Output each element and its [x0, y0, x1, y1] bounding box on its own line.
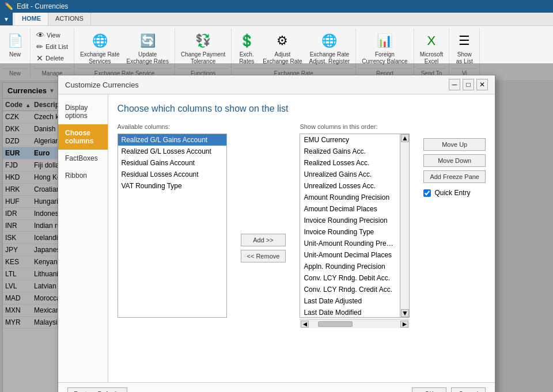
modal-footer: Restore Defaults OK Cancel	[58, 382, 495, 392]
exchange-rate-services-button[interactable]: 🌐 Exchange Rate Services	[77, 29, 123, 67]
list-item[interactable]: Amount Rounding Precision	[300, 192, 400, 203]
right-buttons: Move Up Move Down Add Freeze Pane Quick …	[423, 123, 486, 373]
show-columns-section: Show columns in this order: EMU Currency…	[300, 123, 410, 373]
list-item[interactable]: Appln. Rounding Precision	[300, 261, 400, 272]
update-exchange-rates-icon: 🔄	[138, 32, 157, 50]
new-icon: 📄	[6, 32, 24, 50]
list-item[interactable]: Realized Losses Acc.	[300, 157, 400, 169]
modal-titlebar-buttons: ─ □ ✕	[449, 79, 488, 90]
list-item[interactable]: Realized G/L Gains Account	[118, 134, 226, 146]
exchange-rate-adjust-register-button[interactable]: 🌐 Exchange Rate Adjust. Register	[306, 29, 354, 67]
modal-overlay: Customize Currencies ─ □ ✕ Display optio…	[0, 63, 553, 392]
nav-ribbon[interactable]: Ribbon	[58, 167, 108, 184]
move-down-button[interactable]: Move Down	[423, 154, 486, 167]
list-item[interactable]: Unit-Amount Decimal Places	[300, 249, 400, 261]
show-columns-label: Show columns in this order:	[300, 123, 410, 130]
modal-titlebar: Customize Currencies ─ □ ✕	[58, 75, 495, 94]
quick-entry-row: Quick Entry	[423, 189, 486, 197]
modal-minimize-button[interactable]: ─	[449, 79, 460, 90]
hscroll-thumb[interactable]	[318, 321, 353, 327]
hscroll-left[interactable]: ◄	[301, 321, 309, 328]
quick-entry-checkbox[interactable]	[423, 189, 431, 197]
list-item[interactable]: Conv. LCY Rndg. Credit Acc.	[300, 284, 400, 295]
list-item[interactable]: Unrealized Losses Acc.	[300, 180, 400, 192]
nav-display-options[interactable]: Display options	[58, 99, 108, 124]
scrollbar-up[interactable]: ▲	[401, 134, 409, 142]
modal-nav: Display options Choose columns FactBoxes…	[58, 94, 108, 382]
nav-choose-columns[interactable]: Choose columns	[58, 124, 108, 150]
microsoft-excel-button[interactable]: X Microsoft Excel	[416, 29, 447, 67]
modal-close-button[interactable]: ✕	[476, 79, 488, 90]
list-item[interactable]: Residual Gains Account	[118, 157, 226, 169]
scrollbar-down[interactable]: ▼	[401, 309, 409, 317]
title-bar: ✏️ Edit - Currencies	[0, 0, 553, 13]
modal-main-content: Choose which columns to show on the list…	[108, 94, 495, 382]
view-label: View	[47, 32, 60, 39]
footer-right-buttons: OK Cancel	[412, 387, 486, 392]
available-columns-label: Available columns:	[118, 123, 227, 130]
foreign-currency-balance-icon: 📊	[376, 32, 394, 50]
cancel-button[interactable]: Cancel	[451, 387, 486, 392]
show-as-list-icon: ☰	[455, 32, 474, 50]
modal-title: Customize Currencies	[65, 81, 139, 89]
remove-button[interactable]: << Remove	[241, 250, 286, 262]
edit-list-button[interactable]: ✏ Edit List	[33, 41, 71, 52]
add-button[interactable]: Add >>	[241, 234, 286, 246]
view-button[interactable]: 👁 View	[33, 29, 64, 41]
exchange-rate-adjust-register-icon: 🌐	[320, 32, 339, 50]
list-item[interactable]: Realized Gains Acc.	[300, 146, 400, 157]
add-remove-buttons: Add >> << Remove	[236, 123, 291, 373]
window-title: Edit - Currencies	[17, 2, 68, 10]
list-item[interactable]: Unrealized Gains Acc.	[300, 169, 400, 180]
list-item[interactable]: Conv. LCY Rndg. Debit Acc.	[300, 272, 400, 284]
microsoft-excel-icon: X	[422, 32, 441, 50]
edit-list-label: Edit List	[46, 43, 68, 50]
change-payment-tolerance-icon: 💱	[194, 32, 213, 50]
restore-defaults-button[interactable]: Restore Defaults	[67, 387, 127, 392]
list-item[interactable]: Realized G/L Losses Account	[118, 146, 226, 157]
delete-label: Delete	[46, 55, 64, 62]
list-item[interactable]: Invoice Rounding Precision	[300, 215, 400, 226]
new-button[interactable]: 📄 New	[2, 29, 28, 60]
title-icon: ✏️	[5, 2, 13, 10]
delete-button[interactable]: ✕ Delete	[33, 52, 67, 64]
tab-actions[interactable]: ACTIONS	[48, 13, 91, 25]
list-item[interactable]: Invoice Rounding Type	[300, 226, 400, 238]
list-item[interactable]: Last Date Adjusted	[300, 295, 400, 307]
modal-body: Display options Choose columns FactBoxes…	[58, 94, 495, 382]
modal-content-title: Choose which columns to show on the list	[118, 104, 486, 114]
list-item[interactable]: Residual Losses Account	[118, 169, 226, 180]
show-as-list-button[interactable]: ☰ Show as List	[452, 29, 477, 67]
list-item[interactable]: Unit-Amount Rounding Precis.	[300, 238, 400, 249]
show-list-hscrollbar[interactable]: ◄ ►	[300, 319, 410, 328]
ok-button[interactable]: OK	[412, 387, 446, 392]
add-freeze-pane-button[interactable]: Add Freeze Pane	[423, 170, 486, 183]
customize-currencies-modal: Customize Currencies ─ □ ✕ Display optio…	[58, 75, 495, 392]
ribbon-tabs: ▼ HOME ACTIONS	[0, 13, 553, 26]
columns-layout: Available columns: Realized G/L Gains Ac…	[118, 123, 486, 373]
list-item[interactable]: VAT Rounding Type	[118, 180, 226, 192]
update-exchange-rates-button[interactable]: 🔄 Update Exchange Rates	[123, 29, 172, 67]
view-icon: 👁	[36, 31, 44, 40]
available-columns-section: Available columns: Realized G/L Gains Ac…	[118, 123, 227, 373]
list-item[interactable]: EMU Currency	[300, 134, 400, 146]
nav-factboxes[interactable]: FactBoxes	[58, 150, 108, 167]
available-columns-list[interactable]: Realized G/L Gains Account Realized G/L …	[118, 134, 227, 318]
tab-home[interactable]: HOME	[15, 13, 48, 25]
edit-list-icon: ✏	[36, 42, 43, 51]
exchange-rate-services-icon: 🌐	[90, 32, 109, 50]
quick-entry-label[interactable]: Quick Entry	[434, 189, 470, 197]
hscroll-right[interactable]: ►	[400, 321, 408, 328]
adjust-exchange-rate-button[interactable]: ⚙ Adjust Exchange Rate	[259, 29, 305, 67]
list-item[interactable]: Last Date Modified	[300, 307, 400, 318]
list-item[interactable]: Amount Decimal Places	[300, 203, 400, 215]
show-columns-list[interactable]: EMU CurrencyRealized Gains Acc.Realized …	[300, 134, 400, 318]
change-payment-tolerance-button[interactable]: 💱 Change Payment Tolerance	[177, 29, 229, 67]
exch-rates-button[interactable]: 💲 Exch. Rates	[234, 29, 259, 67]
new-label: New	[9, 51, 21, 58]
foreign-currency-balance-button[interactable]: 📊 Foreign Currency Balance	[358, 29, 411, 67]
modal-maximize-button[interactable]: □	[463, 79, 474, 90]
adjust-exchange-rate-icon: ⚙	[273, 32, 291, 50]
move-up-button[interactable]: Move Up	[423, 138, 486, 151]
delete-icon: ✕	[36, 54, 43, 63]
